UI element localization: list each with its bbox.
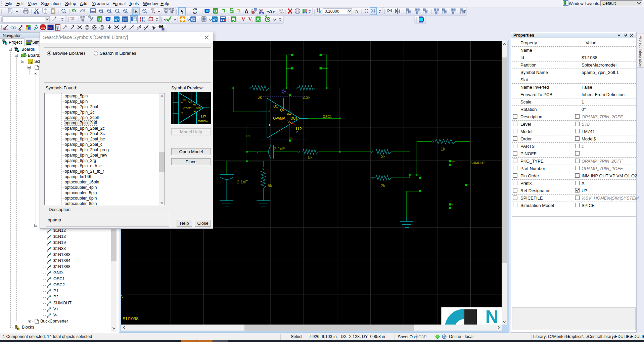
svg-text:in: in <box>355 9 358 14</box>
svg-text:5k: 5k <box>257 95 262 100</box>
svg-text:U?: U? <box>201 115 206 119</box>
svg-text:OSC1: OSC1 <box>322 115 332 119</box>
svg-text:1: 1 <box>143 19 145 23</box>
svg-text:A: A <box>257 17 260 22</box>
svg-text:V: V <box>241 16 245 22</box>
svg-text:2.3k: 2.3k <box>302 95 310 100</box>
svg-text:V-: V- <box>287 120 290 124</box>
svg-text:SUMOUT: SUMOUT <box>470 161 485 165</box>
svg-text:OPAMP: OPAMP <box>273 117 285 120</box>
svg-text:Q1: Q1 <box>273 104 278 108</box>
svg-text:V-: V- <box>451 203 454 206</box>
svg-text:V+: V+ <box>287 113 291 116</box>
svg-text:$1I1038: $1I1038 <box>123 316 138 321</box>
svg-text:B: B <box>98 17 101 21</box>
svg-text:N: N <box>485 306 498 325</box>
svg-text:5k: 5k <box>268 183 272 188</box>
svg-text:U?: U? <box>296 126 302 131</box>
svg-text:A: A <box>244 9 248 14</box>
svg-text:OPAMP: OPAMP <box>183 106 192 109</box>
svg-text:OUT: OUT <box>196 106 201 109</box>
svg-text:1k: 1k <box>441 147 445 152</box>
svg-text:KA: KA <box>280 11 284 14</box>
svg-text:2k: 2k <box>380 183 385 188</box>
svg-text:V: V <box>248 16 252 22</box>
svg-text:OUT: OUT <box>290 117 297 120</box>
svg-text:V-: V- <box>193 110 196 113</box>
svg-text:V+: V+ <box>289 93 292 96</box>
svg-text:A: A <box>269 9 272 14</box>
svg-text:Model=: Model= <box>198 119 208 123</box>
svg-text:B: B <box>214 9 217 13</box>
svg-text:5k: 5k <box>308 155 313 160</box>
svg-text:Q1: Q1 <box>183 98 186 101</box>
svg-text:2.1nF: 2.1nF <box>274 146 285 151</box>
svg-text:0.10000: 0.10000 <box>325 9 339 14</box>
svg-text:P1: P1 <box>246 134 250 138</box>
svg-text:2k: 2k <box>381 154 385 159</box>
svg-text:F: F <box>252 19 255 23</box>
svg-text:Q2: Q2 <box>188 100 192 103</box>
svg-text:V-: V- <box>290 137 293 140</box>
svg-text:2.1nF: 2.1nF <box>237 180 247 184</box>
svg-text:Q2: Q2 <box>280 108 285 112</box>
svg-text:STOP: STOP <box>41 27 46 29</box>
svg-text:V+: V+ <box>451 160 455 163</box>
